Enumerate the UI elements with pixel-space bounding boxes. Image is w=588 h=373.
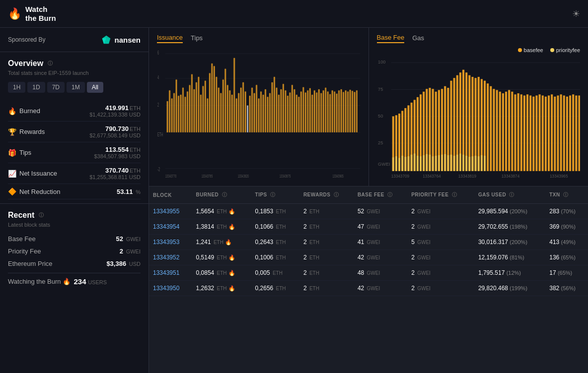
cell-base-fee: 42 GWEI [354,250,407,265]
overview-info-icon[interactable]: ⓘ [48,60,53,67]
burned-values: 419.991ETH $1,422,139.338 USD [89,104,141,118]
svg-rect-65 [283,84,284,132]
tab-tips[interactable]: Tips [191,34,203,43]
svg-text:-2: -2 [157,166,160,173]
stat-burned: 🔥 Burned 419.991ETH $1,422,139.338 USD [8,101,141,122]
basefee-dot [518,48,522,52]
col-gas-used: GAS USED ⓘ [474,186,545,204]
tab-gas[interactable]: Gas [412,34,424,43]
table-row: 13343950 1,2632 ETH 🔥 0,2656 ETH 2 ETH 4… [149,281,588,296]
tab-all[interactable]: All [87,82,103,93]
cell-base-fee: 42 GWEI [354,281,407,296]
svg-rect-176 [395,156,397,171]
svg-rect-193 [447,155,449,171]
svg-rect-45 [238,93,239,132]
cell-rewards: 2 ETH [299,265,354,281]
svg-rect-44 [236,98,237,132]
cell-txn: 382 (56%) [545,281,588,296]
svg-rect-46 [240,88,242,132]
sponsor-label: Sponsored By [8,36,45,43]
cell-block[interactable]: 13343951 [149,265,192,281]
priority-fee-value: 2 [120,248,123,255]
svg-rect-147 [496,90,498,171]
cell-block[interactable]: 13343954 [149,219,192,235]
cell-block[interactable]: 13343955 [149,204,192,219]
svg-rect-189 [435,156,437,171]
cell-gas-used: 30,016.317 (200%) [474,235,545,250]
svg-rect-161 [538,94,540,171]
cell-base-fee: 52 GWEI [354,204,407,219]
eth-price-label: Ethereum Price [8,260,53,267]
svg-rect-196 [456,155,458,171]
svg-rect-33 [211,63,213,132]
priority-fee-unit: GWEI [126,249,141,254]
svg-text:13343764: 13343764 [423,174,441,179]
tips-col-info[interactable]: ⓘ [270,192,276,197]
svg-text:6: 6 [157,50,159,56]
recent-subtitle: Latest block stats [8,222,141,228]
left-chart-panel: Issuance Tips 6 4 2 ETH -2 [149,28,369,186]
svg-rect-40 [227,85,228,132]
col-rewards: REWARDS ⓘ [299,186,354,204]
svg-rect-63 [278,95,280,132]
right-panel: Issuance Tips 6 4 2 ETH -2 [149,28,588,373]
tab-1h[interactable]: 1H [8,82,25,93]
svg-rect-156 [523,96,525,171]
svg-rect-50 [249,96,251,132]
overview-subtitle: Total stats since EIP-1559 launch [8,70,141,76]
sponsor-section: Sponsored By nansen [0,28,148,52]
svg-rect-181 [410,155,412,171]
svg-rect-187 [429,155,431,171]
cell-block[interactable]: 13343952 [149,250,192,265]
right-chart-svg: 100 75 50 25 GWEI [377,56,581,182]
cell-txn: 17 (65%) [545,265,588,281]
priority-fee-label: Priority Fee [8,248,41,255]
cell-gas-used: 1,795.517 (12%) [474,265,545,281]
cell-tips: 0,005 ETH [251,265,299,281]
svg-text:75: 75 [378,86,383,91]
svg-rect-175 [392,157,394,171]
watching-unit: USERS [88,279,107,285]
svg-rect-53 [256,85,257,132]
rewards-col-info[interactable]: ⓘ [334,192,339,197]
svg-rect-41 [229,90,230,132]
tips-icon: 🎁 [8,149,16,157]
tab-7d[interactable]: 7D [47,82,65,93]
svg-rect-180 [407,156,409,171]
cell-tips: 0,2643 ETH [251,235,299,250]
cell-block[interactable]: 13343950 [149,281,192,296]
svg-text:13343785: 13343785 [202,173,213,179]
cell-base-fee: 47 GWEI [354,219,407,235]
svg-rect-55 [260,91,262,132]
priority-fee-col-info[interactable]: ⓘ [452,192,457,197]
left-chart-area: 6 4 2 ETH -2 [157,47,361,182]
recent-info-icon[interactable]: ⓘ [39,212,44,219]
svg-rect-67 [287,96,289,132]
svg-rect-199 [465,156,467,171]
stat-net-issuance: 📈 Net Issuance 370.740ETH $1,255,368.811… [8,163,141,184]
cell-rewards: 2 ETH [299,281,354,296]
svg-rect-160 [535,96,537,171]
svg-rect-178 [401,156,403,171]
base-fee-col-info[interactable]: ⓘ [387,192,393,197]
right-chart-tabs: Base Fee Gas [377,34,581,43]
svg-marker-1 [106,36,110,39]
txn-col-info[interactable]: ⓘ [563,192,569,197]
svg-rect-30 [205,80,206,132]
tab-base-fee[interactable]: Base Fee [377,34,405,43]
tab-1m[interactable]: 1M [67,82,85,93]
burned-col-info[interactable]: ⓘ [222,192,227,197]
cell-priority-fee: 2 GWEI [407,204,474,219]
svg-rect-200 [468,157,470,171]
svg-rect-155 [520,94,522,171]
gas-used-col-info[interactable]: ⓘ [509,192,514,197]
cell-block[interactable]: 13343953 [149,235,192,250]
net-issuance-values: 370.740ETH $1,255,368.811 USD [89,167,141,180]
theme-toggle-button[interactable]: ☀ [572,8,580,19]
table-row: 13343951 0,0854 ETH 🔥 0,005 ETH 2 ETH 48… [149,265,588,281]
svg-rect-146 [493,89,495,171]
tab-issuance[interactable]: Issuance [157,34,183,43]
nansen-logo[interactable]: nansen [101,35,141,45]
svg-rect-71 [296,95,297,132]
tab-1d[interactable]: 1D [27,82,45,93]
